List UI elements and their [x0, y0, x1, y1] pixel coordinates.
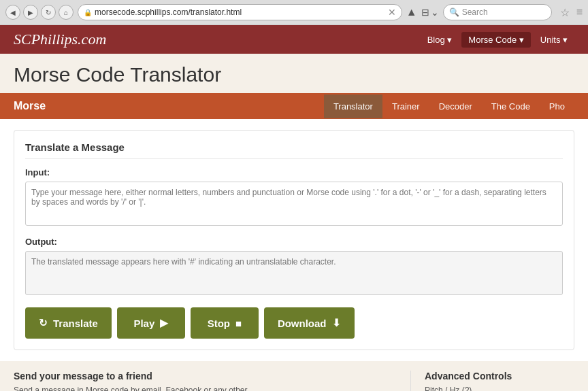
play-icon: ▶ — [160, 317, 168, 329]
input-textarea[interactable] — [25, 182, 563, 226]
tab-decoder[interactable]: Decoder — [429, 95, 482, 118]
bottom-right: Advanced Controls Pitch / Hz (?) — [425, 371, 574, 391]
tab-icon[interactable]: ⊟ — [421, 7, 429, 18]
forward-button[interactable]: ▶ — [23, 5, 38, 20]
tab-translator[interactable]: Translator — [324, 95, 382, 118]
vertical-divider — [410, 371, 411, 391]
bookmark-icon[interactable]: ☆ — [560, 6, 570, 19]
nav-units[interactable]: Units ▾ — [534, 32, 574, 48]
browser-toolbar: ◀ ▶ ↻ ⌂ 🔒 morsecode.scphillips.com/trans… — [0, 0, 588, 24]
refresh-button[interactable]: ↻ — [41, 5, 56, 20]
translate-label: Translate — [53, 318, 98, 329]
translate-icon: ↻ — [39, 317, 48, 329]
card-title: Translate a Message — [25, 141, 563, 159]
download-icon: ⬇ — [332, 317, 341, 329]
nav-morse-code[interactable]: Morse Code ▾ — [461, 32, 530, 48]
play-button[interactable]: Play ▶ — [117, 307, 185, 339]
tab-the-code[interactable]: The Code — [482, 95, 540, 118]
download-button[interactable]: Download ⬇ — [264, 307, 355, 339]
browser-chrome: ◀ ▶ ↻ ⌂ 🔒 morsecode.scphillips.com/trans… — [0, 0, 588, 25]
input-label: Input: — [25, 167, 563, 177]
pitch-label: Pitch / Hz (?) — [425, 386, 574, 391]
advanced-controls-title: Advanced Controls — [425, 371, 574, 381]
address-clear-button[interactable]: ✕ — [388, 7, 396, 18]
site-header: SCPhillips.com Blog ▾ Morse Code ▾ Units… — [0, 25, 588, 54]
nav-buttons: ◀ ▶ ↻ ⌂ — [5, 5, 74, 20]
stop-label: Stop — [208, 318, 230, 329]
page-title-area: Morse Code Translator — [0, 54, 588, 93]
action-buttons: ↻ Translate Play ▶ Stop ■ Download ⬇ — [25, 307, 563, 339]
send-message-text: Send a message in Morse code by email, F… — [14, 386, 397, 391]
page-title: Morse Code Translator — [14, 63, 574, 86]
stop-icon: ■ — [235, 318, 242, 329]
search-icon: 🔍 — [449, 7, 459, 17]
tab-controls: ⊟ ⌄ — [421, 7, 439, 18]
address-bar[interactable]: 🔒 morsecode.scphillips.com/translator.ht… — [78, 4, 402, 20]
section-title: Morse — [14, 93, 324, 119]
search-bar[interactable]: 🔍 Search — [443, 4, 552, 20]
lock-icon: 🔒 — [84, 9, 92, 16]
bottom-left: Send your message to a friend Send a mes… — [14, 371, 397, 391]
home-button[interactable]: ⌂ — [59, 5, 74, 20]
stop-button[interactable]: Stop ■ — [191, 307, 259, 339]
section-nav: Morse Translator Trainer Decoder The Cod… — [0, 93, 588, 119]
section-tabs: Translator Trainer Decoder The Code Pho — [324, 95, 574, 118]
nav-blog[interactable]: Blog ▾ — [421, 32, 459, 48]
tab-dropdown-icon[interactable]: ⌄ — [431, 7, 439, 18]
tab-trainer[interactable]: Trainer — [382, 95, 429, 118]
cursor-indicator: ▲ — [406, 6, 417, 18]
address-text: morsecode.scphillips.com/translator.html — [95, 7, 385, 17]
play-label: Play — [133, 318, 154, 329]
translator-card: Translate a Message Input: Output: ↻ Tra… — [14, 130, 574, 350]
translate-button[interactable]: ↻ Translate — [25, 307, 112, 339]
site-logo: SCPhillips.com — [14, 31, 106, 48]
download-label: Download — [278, 318, 327, 329]
tab-pho[interactable]: Pho — [540, 95, 574, 118]
output-textarea[interactable] — [25, 251, 563, 295]
send-message-title: Send your message to a friend — [14, 371, 397, 381]
search-placeholder: Search — [462, 7, 488, 17]
main-content: Translate a Message Input: Output: ↻ Tra… — [0, 119, 588, 361]
bottom-section: Send your message to a friend Send a mes… — [0, 361, 588, 391]
output-label: Output: — [25, 237, 563, 247]
site-nav: Blog ▾ Morse Code ▾ Units ▾ — [421, 32, 574, 48]
back-button[interactable]: ◀ — [5, 5, 20, 20]
menu-icon[interactable]: ≡ — [576, 6, 583, 18]
